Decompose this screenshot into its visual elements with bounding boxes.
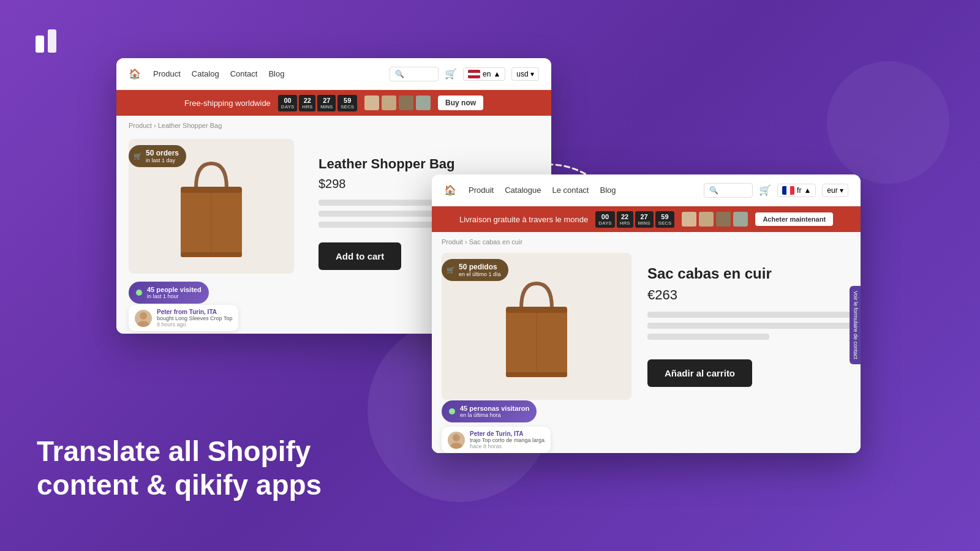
currency-chevron-fr: ▾ [840, 186, 843, 195]
nav-catalogue-fr[interactable]: Catalogue [505, 186, 541, 195]
promo-text-en: Free-shipping worldwide [184, 99, 271, 108]
search-box-fr[interactable]: 🔍 [704, 183, 753, 198]
buy-now-btn-fr[interactable]: Acheter maintenant [755, 212, 833, 226]
promo-thumb-3[interactable] [399, 96, 413, 110]
svg-rect-4 [181, 187, 242, 193]
nav-blog-fr[interactable]: Blog [600, 186, 616, 195]
lang-chevron-en: ▲ [493, 70, 500, 78]
promo-thumb-fr-4[interactable] [733, 212, 748, 227]
badge-visitors-fr: 45 personas visitaron en la última hora [442, 400, 537, 422]
lang-badge-en[interactable]: en ▲ [463, 67, 505, 81]
bag-svg-fr [488, 265, 586, 388]
recent-action-fr: trajo Top corto de manga larga [470, 437, 545, 443]
headline: Translate all Shopify content & qikify a… [37, 435, 322, 502]
flag-fr [782, 186, 794, 195]
svg-rect-1 [48, 29, 56, 53]
cart-icon-en[interactable]: 🛒 [445, 68, 457, 80]
nav-produit-fr[interactable]: Produit [469, 186, 494, 195]
product-title-en: Leather Shopper Bag [318, 156, 539, 172]
search-box-en[interactable]: 🔍 [390, 67, 439, 81]
currency-chevron-en: ▾ [530, 70, 534, 78]
svg-point-8 [137, 321, 149, 327]
contact-tab-fr[interactable]: Voir le formulaire de contact [850, 286, 861, 364]
visitors-sub-en: in last 1 hour [147, 293, 202, 299]
orders-sub-en: in last 1 day [146, 157, 179, 163]
window-french: 🏠 Produit Catalogue Le contact Blog 🔍 🛒 … [432, 174, 861, 453]
promo-thumb-1[interactable] [364, 96, 379, 110]
lang-text-fr: fr [797, 186, 801, 195]
svg-rect-10 [506, 307, 567, 313]
recent-action-en: bought Long Sleeves Crop Top [157, 315, 232, 321]
count-secs-en: 59 SECS [337, 95, 357, 111]
headline-line2: content & qikify apps [37, 468, 322, 502]
desc-line-1-fr [647, 312, 851, 318]
badge-orders-en: 🛒 50 orders in last 1 day [129, 145, 186, 167]
orders-count-en: 50 orders [146, 149, 179, 157]
promo-thumb-fr-3[interactable] [716, 212, 731, 227]
product-title-fr: Sac cabas en cuir [647, 265, 851, 282]
cart-icon-fr[interactable]: 🛒 [759, 184, 771, 196]
currency-text-en: usd [516, 70, 528, 78]
recent-time-en: 8 hours ago [157, 321, 232, 328]
nav-contact-fr[interactable]: Le contact [552, 186, 589, 195]
nav-product-en[interactable]: Product [153, 69, 181, 78]
search-icon-fr: 🔍 [709, 186, 718, 195]
add-to-cart-btn-fr[interactable]: Añadir al carrito [647, 359, 752, 387]
promo-text-fr: Livraison gratuite à travers le monde [459, 215, 588, 224]
nav-catalog-en[interactable]: Catalog [192, 69, 219, 78]
currency-badge-en[interactable]: usd ▾ [511, 67, 539, 81]
visitor-dot-en [136, 290, 142, 296]
count-secs-fr: 59 SECS [655, 211, 675, 228]
desc-line-3-en [318, 222, 451, 228]
home-icon-en[interactable]: 🏠 [129, 68, 141, 80]
svg-point-14 [450, 443, 462, 449]
flag-us [468, 70, 480, 78]
visitors-sub-fr: en la última hora [460, 412, 529, 418]
nav-links-en: Product Catalog Contact Blog [153, 69, 284, 78]
promo-thumb-fr-1[interactable] [682, 212, 696, 227]
nav-en: 🏠 Product Catalog Contact Blog 🔍 🛒 en ▲ … [116, 58, 551, 90]
visitors-count-fr: 45 personas visitaron [460, 405, 529, 412]
currency-text-fr: eur [827, 186, 837, 195]
desc-line-3-fr [647, 334, 769, 340]
recent-name-fr: Peter de Turin, ITA [470, 430, 545, 437]
count-mins-en: 27 MINS [317, 95, 336, 111]
buy-now-btn-en[interactable]: Buy now [438, 96, 483, 110]
home-icon-fr[interactable]: 🏠 [444, 184, 456, 196]
recent-time-fr: hace 8 horas [470, 443, 545, 449]
promo-bar-en: Free-shipping worldwide 00 DAYS 22 HRS 2… [116, 90, 551, 116]
orders-count-fr: 50 pedidos [459, 263, 501, 271]
visitor-dot-fr [449, 408, 455, 414]
add-to-cart-btn-en[interactable]: Add to cart [318, 242, 401, 270]
recent-avatar-fr [448, 432, 465, 449]
promo-thumb-fr-2[interactable] [699, 212, 714, 227]
nav-blog-en[interactable]: Blog [268, 69, 284, 78]
promo-thumb-2[interactable] [382, 96, 396, 110]
desc-line-2-fr [647, 323, 851, 329]
badge-orders-fr: 🛒 50 pedidos en el último 1 día [442, 259, 508, 281]
nav-contact-en[interactable]: Contact [230, 69, 258, 78]
count-mins-fr: 27 MINS [635, 211, 654, 228]
badge-visitors-en: 45 people visited in last 1 hour [129, 282, 209, 304]
orders-icon-fr: 🛒 [447, 266, 455, 274]
svg-point-13 [453, 434, 460, 441]
breadcrumb-fr: Produit › Sac cabas en cuir [432, 232, 861, 246]
lang-text-en: en [483, 70, 491, 78]
product-price-fr: €263 [647, 287, 851, 303]
bg-circle-2 [827, 61, 949, 184]
lang-badge-fr[interactable]: fr ▲ [777, 184, 816, 197]
nav-fr: 🏠 Produit Catalogue Le contact Blog 🔍 🛒 … [432, 174, 861, 206]
currency-badge-fr[interactable]: eur ▾ [822, 184, 848, 197]
orders-icon-en: 🛒 [134, 152, 142, 160]
promo-thumb-4[interactable] [416, 96, 431, 110]
product-area-fr: 🛒 50 pedidos en el último 1 día 45 perso… [432, 246, 861, 453]
svg-rect-12 [506, 372, 567, 377]
badge-recent-fr: Peter de Turin, ITA trajo Top corto de m… [442, 427, 551, 453]
logo [31, 24, 64, 58]
recent-avatar-en [135, 310, 152, 327]
visitors-count-en: 45 people visited [147, 286, 202, 293]
headline-line1: Translate all Shopify [37, 435, 322, 468]
count-hours-en: 22 HRS [299, 95, 315, 111]
promo-thumbnails-en [364, 96, 431, 110]
promo-bar-fr: Livraison gratuite à travers le monde 00… [432, 206, 861, 232]
